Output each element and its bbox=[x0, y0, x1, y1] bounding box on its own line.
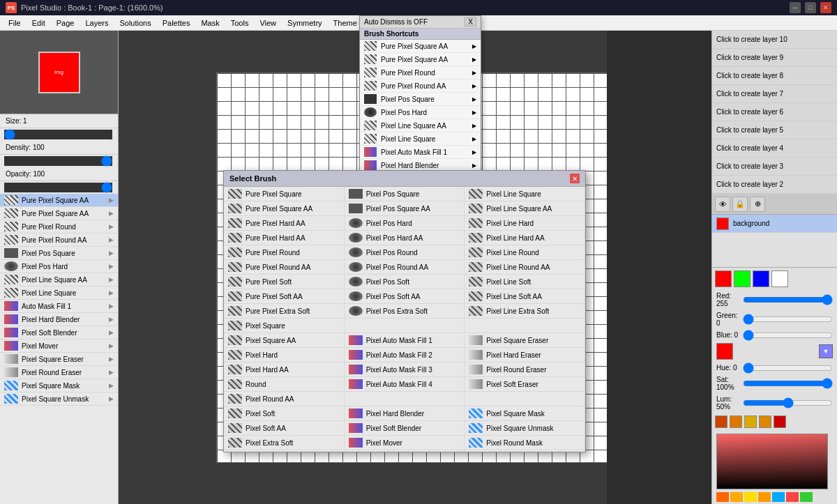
brush-pixel-round-aa[interactable]: Pixel Round AA bbox=[224, 392, 345, 406]
layer-eye-btn[interactable]: 👁 bbox=[715, 197, 730, 212]
brush-pure-pixel-soft-aa[interactable]: Pure Pixel Soft AA bbox=[224, 289, 345, 304]
red-slider[interactable] bbox=[743, 296, 833, 303]
minimize-button[interactable]: ─ bbox=[790, 2, 801, 13]
brush-list-item[interactable]: Pixel Line Square AA ▶ bbox=[0, 273, 118, 287]
layer-item-9[interactable]: Click to create layer 9 bbox=[712, 49, 837, 67]
brush-pixel-pos-hard-aa[interactable]: Pixel Pos Hard AA bbox=[345, 231, 465, 245]
select-brush-close[interactable]: ✕ bbox=[570, 174, 580, 183]
menu-symmetry[interactable]: Symmetry bbox=[282, 17, 328, 29]
brush-pixel-square[interactable]: Pixel Square bbox=[224, 319, 345, 333]
brush-pixel-line-extra-soft[interactable]: Pixel Line Extra Soft bbox=[465, 304, 585, 319]
brush-list-item[interactable]: Pixel Pos Square ▶ bbox=[0, 247, 118, 260]
brush-pixel-square-aa[interactable]: Pixel Square AA bbox=[224, 333, 345, 348]
bs-item-pure-pixel-round-aa[interactable]: Pure Pixel Round AA ▶ bbox=[360, 79, 481, 93]
layer-item-background[interactable]: background bbox=[712, 215, 837, 233]
brush-pixel-soft-blender[interactable]: Pixel Soft Blender bbox=[345, 421, 465, 436]
swatch-red[interactable] bbox=[715, 270, 732, 287]
menu-theme[interactable]: Theme bbox=[328, 17, 363, 29]
brush-list-item[interactable]: Pixel Mover ▶ bbox=[0, 339, 118, 353]
palette-yellow[interactable] bbox=[744, 492, 757, 502]
size-slider[interactable] bbox=[4, 130, 112, 139]
brush-pixel-auto-mask-1[interactable]: Pixel Auto Mask Fill 1 bbox=[345, 333, 465, 348]
bs-item-pixel-line-square[interactable]: Pixel Line Square ▶ bbox=[360, 132, 481, 146]
bs-item-pure-pixel-round[interactable]: Pure Pixel Round ▶ bbox=[360, 66, 481, 79]
swatch-blue[interactable] bbox=[753, 270, 769, 287]
brush-list-item[interactable]: Pixel Soft Blender ▶ bbox=[0, 326, 118, 339]
bs-item-pure-pixel-square-aa-1[interactable]: Pure Pixel Square AA ▶ bbox=[360, 40, 481, 53]
bs-item-pixel-pos-hard[interactable]: Pixel Pos Hard ▶ bbox=[360, 106, 481, 119]
menu-edit[interactable]: Edit bbox=[27, 17, 51, 29]
menu-mask[interactable]: Mask bbox=[195, 17, 225, 29]
maximize-button[interactable]: □ bbox=[805, 2, 816, 13]
bs-item-pixel-line-square-aa[interactable]: Pixel Line Square AA ▶ bbox=[360, 119, 481, 132]
brush-pure-pixel-round[interactable]: Pure Pixel Round bbox=[224, 245, 345, 260]
lum-slider[interactable] bbox=[743, 399, 833, 406]
brush-list-item[interactable]: Pure Pixel Round ▶ bbox=[0, 220, 118, 234]
brush-pixel-line-hard[interactable]: Pixel Line Hard bbox=[465, 216, 585, 231]
brush-pixel-line-round[interactable]: Pixel Line Round bbox=[465, 245, 585, 260]
swatch-amber[interactable] bbox=[759, 415, 771, 428]
brush-pure-pixel-round-aa[interactable]: Pure Pixel Round AA bbox=[224, 260, 345, 275]
layer-item-10[interactable]: Click to create layer 10 bbox=[712, 31, 837, 49]
brush-pixel-soft-eraser[interactable]: Pixel Soft Eraser bbox=[465, 377, 585, 392]
brush-pixel-round[interactable]: Round bbox=[224, 377, 345, 392]
menu-tools[interactable]: Tools bbox=[225, 17, 255, 29]
brush-pure-pixel-hard-aa[interactable]: Pure Pixel Hard AA bbox=[224, 231, 345, 245]
brush-pixel-mover[interactable]: Pixel Mover bbox=[345, 436, 465, 450]
brush-list-item[interactable]: Pixel Hard Blender ▶ bbox=[0, 313, 118, 326]
layer-item-4[interactable]: Click to create layer 4 bbox=[712, 139, 837, 158]
sat-slider[interactable] bbox=[743, 380, 833, 387]
brush-list-item[interactable]: Pure Pixel Square AA ▶ bbox=[0, 207, 118, 220]
swatch-yellow[interactable] bbox=[744, 415, 757, 428]
brush-pixel-pos-square[interactable]: Pixel Pos Square bbox=[345, 187, 465, 201]
brush-pixel-auto-mask-3[interactable]: Pixel Auto Mask Fill 3 bbox=[345, 362, 465, 377]
layer-item-5[interactable]: Click to create layer 5 bbox=[712, 121, 837, 139]
palette-gold[interactable] bbox=[758, 492, 771, 502]
menu-page[interactable]: Page bbox=[51, 17, 80, 29]
brush-pixel-extra-soft[interactable]: Pixel Extra Soft bbox=[224, 436, 345, 450]
close-button[interactable]: ✕ bbox=[820, 2, 831, 13]
brush-pixel-pos-round[interactable]: Pixel Pos Round bbox=[345, 245, 465, 260]
brush-pixel-pos-soft[interactable]: Pixel Pos Soft bbox=[345, 275, 465, 289]
palette-amber[interactable] bbox=[730, 492, 743, 502]
menu-palettes[interactable]: Palettes bbox=[157, 17, 196, 29]
brush-pixel-hard-blender[interactable]: Pixel Hard Blender bbox=[345, 406, 465, 421]
brush-pixel-soft[interactable]: Pixel Soft bbox=[224, 406, 345, 421]
brush-pure-pixel-square[interactable]: Pure Pixel Square bbox=[224, 187, 345, 201]
bs-item-pure-pixel-square-aa-2[interactable]: Pure Pixel Square AA ▶ bbox=[360, 53, 481, 66]
brush-list-item[interactable]: Pixel Square Unmask ▶ bbox=[0, 392, 118, 406]
swatch-brown[interactable] bbox=[715, 415, 727, 428]
swatch-orange[interactable] bbox=[730, 415, 742, 428]
brush-pixel-line-soft-aa[interactable]: Pixel Line Soft AA bbox=[465, 289, 585, 304]
brush-pixel-square-eraser[interactable]: Pixel Square Eraser bbox=[465, 333, 585, 348]
brush-pixel-round-eraser[interactable]: Pixel Round Eraser bbox=[465, 362, 585, 377]
swatch-dark-red[interactable] bbox=[774, 415, 786, 428]
brush-pixel-round-unmask[interactable]: Pixel Round Unmask bbox=[465, 450, 585, 452]
palette-green[interactable] bbox=[800, 492, 813, 502]
color-picker-gradient[interactable] bbox=[716, 434, 828, 489]
layer-item-3[interactable]: Click to create layer 3 bbox=[712, 158, 837, 176]
brush-pixel-auto-mask-2[interactable]: Pixel Auto Mask Fill 2 bbox=[345, 348, 465, 362]
brush-list-item[interactable]: Pixel Pos Hard ▶ bbox=[0, 260, 118, 273]
brush-pixel-hard-aa[interactable]: Pixel Hard AA bbox=[224, 362, 345, 377]
layer-lock-btn[interactable]: 🔒 bbox=[732, 197, 748, 212]
swatch-green[interactable] bbox=[734, 270, 751, 287]
menu-file[interactable]: File bbox=[3, 17, 27, 29]
brush-list-item[interactable]: Pure Pixel Round AA ▶ bbox=[0, 234, 118, 247]
brush-pixel-round-mask[interactable]: Pixel Round Mask bbox=[465, 436, 585, 450]
brush-pixel-square-unmask[interactable]: Pixel Square Unmask bbox=[465, 421, 585, 436]
hue-gradient[interactable] bbox=[736, 343, 816, 360]
dismiss-close-btn[interactable]: X bbox=[465, 17, 476, 26]
brush-list-item[interactable]: Pixel Square Eraser ▶ bbox=[0, 353, 118, 366]
brush-pixel-line-round-aa[interactable]: Pixel Line Round AA bbox=[465, 260, 585, 275]
menu-layers[interactable]: Layers bbox=[80, 17, 114, 29]
menu-solutions[interactable]: Solutions bbox=[114, 17, 156, 29]
brush-pixel-pos-hard[interactable]: Pixel Pos Hard bbox=[345, 216, 465, 231]
brush-list-item[interactable]: Pixel Square Mask ▶ bbox=[0, 379, 118, 392]
brush-pure-pixel-soft[interactable]: Pure Pixel Soft bbox=[224, 275, 345, 289]
brush-pixel-hard[interactable]: Pixel Hard bbox=[224, 348, 345, 362]
palette-orange[interactable] bbox=[716, 492, 729, 502]
brush-list-item[interactable]: Auto Mask Fill 1 ▶ bbox=[0, 300, 118, 313]
brush-pixel-pos-extra-soft[interactable]: Pixel Pos Extra Soft bbox=[345, 304, 465, 319]
opacity-slider[interactable] bbox=[4, 183, 112, 192]
